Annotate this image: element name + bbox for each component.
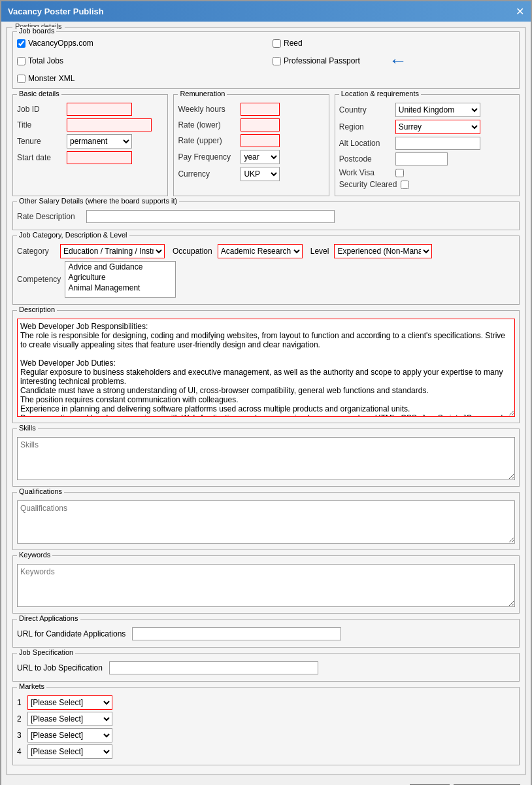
market-select-3[interactable]: [Please Select]	[27, 728, 112, 742]
level-select[interactable]: Experienced (Non-Manage	[334, 244, 432, 258]
security-cleared-row: Security Cleared	[339, 180, 515, 189]
job-specification-label: Job Specification	[17, 648, 75, 656]
alt-location-row: Alt Location	[339, 137, 515, 150]
market-select-2[interactable]: [Please Select]	[27, 712, 112, 726]
security-cleared-checkbox[interactable]	[401, 181, 409, 189]
work-visa-row: Work Visa	[339, 168, 515, 177]
other-salary-label: Other Salary Details (where the board su…	[17, 197, 179, 205]
rate-lower-input[interactable]: 20000	[241, 118, 280, 131]
market-select-4[interactable]: [Please Select]	[27, 744, 112, 759]
tenure-row: Tenure permanent contract temporary	[17, 134, 163, 148]
pay-frequency-select[interactable]: yearmonthweekdayhour	[241, 150, 280, 164]
pay-frequency-row: Pay Frequency yearmonthweekdayhour	[178, 150, 324, 164]
market-num-4: 4	[17, 747, 25, 756]
location-label: Location & requirements	[339, 90, 421, 97]
basic-details-label: Basic details	[17, 90, 61, 97]
work-visa-checkbox[interactable]	[395, 169, 404, 177]
currency-row: Currency UKPUSDEUR	[178, 167, 324, 181]
competency-item-2[interactable]: Animal Management	[65, 283, 175, 293]
alt-location-input[interactable]	[395, 137, 480, 150]
reed-checkbox[interactable]	[273, 39, 281, 48]
totaljobs-checkbox[interactable]	[17, 57, 25, 65]
remuneration-section: Remuneration Weekly hours 40.0 Rate (low…	[173, 94, 329, 196]
weekly-hours-row: Weekly hours 40.0	[178, 103, 324, 116]
job-category-section: Job Category, Description & Level Catego…	[12, 236, 520, 305]
rate-lower-label: Rate (lower)	[178, 120, 237, 130]
postcode-row: Postcode	[339, 152, 515, 166]
keywords-section: Keywords	[12, 555, 520, 614]
vacancyopps-checkbox[interactable]	[17, 39, 25, 48]
reed-label: Reed	[284, 39, 303, 48]
competency-row: Competency Advice and Guidance Agricultu…	[17, 261, 515, 298]
region-row: Region Surrey	[339, 120, 515, 134]
weekly-hours-input[interactable]: 40.0	[241, 103, 280, 116]
qualifications-textarea[interactable]	[17, 500, 515, 544]
occupation-label: Occupation	[173, 247, 212, 256]
rate-desc-row: Rate Description	[17, 210, 515, 223]
qualifications-label: Qualifications	[17, 487, 64, 495]
competency-label: Competency	[17, 275, 61, 284]
professionalpassport-label: Professional Passport	[284, 56, 360, 65]
professionalpassport-row: Professional Passport ←	[273, 50, 515, 71]
rate-upper-input[interactable]: 20000	[241, 134, 280, 147]
market-row-4: 4 [Please Select]	[17, 744, 515, 759]
market-row-2: 2 [Please Select]	[17, 712, 515, 726]
direct-applications-label: Direct Applications	[17, 614, 80, 622]
url-candidate-input[interactable]	[132, 627, 341, 640]
market-row-1: 1 [Please Select]	[17, 695, 515, 710]
url-candidate-label: URL for Candidate Applications	[17, 629, 125, 638]
job-boards-label: Job boards	[17, 27, 56, 35]
region-label: Region	[339, 122, 391, 131]
start-date-label: Start date	[17, 153, 63, 162]
keywords-label: Keywords	[17, 551, 52, 559]
country-select[interactable]: United Kingdom	[395, 103, 480, 117]
url-spec-input[interactable]	[109, 661, 318, 674]
window-close-button[interactable]: ✕	[516, 5, 524, 18]
job-category-label: Job Category, Description & Level	[17, 231, 129, 239]
description-textarea[interactable]: Web Developer Job Responsibilities: The …	[17, 319, 515, 417]
market-select-1[interactable]: [Please Select]	[27, 695, 112, 710]
basic-details-section: Basic details Job ID 817160 Title Web De…	[12, 94, 168, 196]
currency-select[interactable]: UKPUSDEUR	[241, 167, 280, 181]
title-row: Title Web Developer	[17, 118, 163, 131]
remuneration-label: Remuneration	[178, 90, 227, 97]
competency-item-0[interactable]: Advice and Guidance	[65, 262, 175, 272]
country-label: Country	[339, 105, 391, 114]
skills-textarea[interactable]	[17, 437, 515, 480]
postcode-label: Postcode	[339, 154, 391, 164]
url-spec-row: URL to Job Specification	[17, 661, 515, 674]
alt-location-label: Alt Location	[339, 139, 391, 148]
market-num-2: 2	[17, 714, 25, 724]
competency-item-1[interactable]: Agriculture	[65, 272, 175, 283]
market-num-1: 1	[17, 698, 25, 707]
skills-label: Skills	[17, 424, 38, 432]
region-select[interactable]: Surrey	[395, 120, 480, 134]
tenure-select[interactable]: permanent contract temporary	[67, 134, 132, 148]
totaljobs-label: Total Jobs	[28, 56, 63, 65]
security-cleared-label: Security Cleared	[339, 180, 397, 189]
rate-desc-input[interactable]	[86, 210, 335, 223]
vacancyopps-row: VacancyOpps.com	[17, 39, 259, 48]
vacancyopps-label: VacancyOpps.com	[28, 39, 93, 48]
level-label: Level	[310, 247, 329, 256]
rate-lower-row: Rate (lower) 20000	[178, 118, 324, 131]
markets-section: Markets 1 [Please Select] 2 [Please Sele…	[12, 687, 520, 765]
job-id-input[interactable]: 817160	[67, 103, 132, 116]
weekly-hours-label: Weekly hours	[178, 105, 237, 114]
occupation-select[interactable]: Academic Research	[218, 244, 303, 258]
category-select[interactable]: Education / Training / Instr	[60, 244, 165, 258]
keywords-textarea[interactable]	[17, 564, 515, 607]
professionalpassport-checkbox[interactable]	[273, 57, 281, 65]
title-bar: Vacancy Poster Publish ✕	[1, 1, 531, 22]
title-input[interactable]: Web Developer	[67, 118, 152, 131]
competency-list[interactable]: Advice and Guidance Agriculture Animal M…	[65, 261, 176, 298]
reed-row: Reed	[273, 39, 515, 48]
monsterxml-label: Monster XML	[28, 74, 75, 83]
start-date-input[interactable]: 19-Mar-20	[67, 151, 132, 164]
url-candidate-row: URL for Candidate Applications	[17, 627, 515, 640]
job-id-label: Job ID	[17, 105, 63, 114]
monsterxml-checkbox[interactable]	[17, 75, 25, 83]
description-label: Description	[17, 305, 57, 313]
job-specification-section: Job Specification URL to Job Specificati…	[12, 653, 520, 682]
postcode-input[interactable]	[395, 152, 448, 166]
